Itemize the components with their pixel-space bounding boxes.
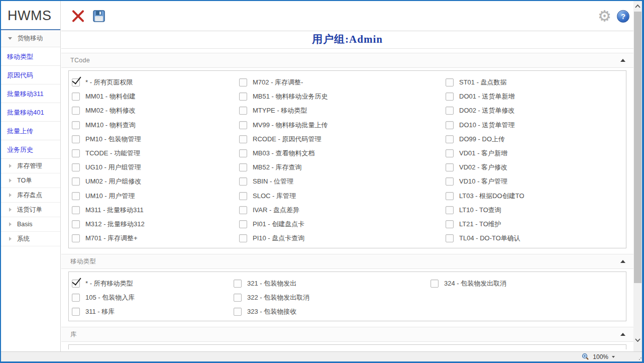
- checkbox[interactable]: [446, 234, 454, 242]
- checkbox[interactable]: [72, 220, 80, 228]
- sidebar-group[interactable]: TO单: [1, 173, 60, 188]
- permission-row: VD10 - 客户管理: [446, 174, 626, 189]
- permission-row: M701 - 库存调整+: [72, 231, 239, 245]
- checkbox[interactable]: [446, 220, 454, 228]
- checkbox[interactable]: [446, 121, 454, 129]
- close-icon[interactable]: [71, 9, 85, 23]
- permission-row: MM01 - 物料创建: [72, 89, 239, 104]
- checkbox[interactable]: [431, 280, 439, 288]
- zoom-level[interactable]: 100%: [593, 353, 608, 360]
- checkbox[interactable]: [234, 280, 242, 288]
- sidebar-item[interactable]: 批量上传: [1, 122, 60, 140]
- checkbox[interactable]: [446, 163, 454, 171]
- checkbox[interactable]: [239, 177, 247, 186]
- sidebar-group[interactable]: 送货订单: [1, 203, 60, 217]
- chevron-right-icon: [9, 222, 12, 226]
- permission-row: M702 - 库存调整-: [239, 75, 446, 89]
- checkbox[interactable]: [446, 135, 454, 143]
- sidebar-group[interactable]: 系统: [1, 232, 60, 246]
- checkbox[interactable]: [72, 163, 80, 171]
- permission-row: PI10 - 盘点卡查询: [239, 231, 446, 245]
- checkbox-column: 324 - 包装物发出取消: [431, 277, 626, 321]
- permission-label: 323 - 包装物接收: [247, 307, 296, 316]
- zoom-magnifier-icon[interactable]: [582, 353, 589, 360]
- permission-row: MM02 - 物料修改: [72, 104, 239, 118]
- checkbox[interactable]: [72, 294, 80, 302]
- settings-gear-icon[interactable]: ⚙: [598, 9, 611, 24]
- checkbox[interactable]: [446, 107, 454, 115]
- permission-label: 322 - 包装物发出取消: [247, 293, 309, 302]
- scroll-down-icon[interactable]: [633, 335, 642, 344]
- sidebar-item[interactable]: 原因代码: [1, 66, 60, 84]
- section-header[interactable]: 移动类型: [61, 254, 633, 269]
- checkbox[interactable]: [446, 177, 454, 186]
- permission-row: 321 - 包装物发出: [234, 277, 431, 291]
- section-header[interactable]: TCode: [61, 53, 633, 68]
- checkbox[interactable]: [72, 121, 80, 129]
- sidebar-item[interactable]: 批量移动401: [1, 103, 60, 122]
- checkbox[interactable]: [446, 149, 454, 157]
- checkbox[interactable]: [239, 192, 247, 200]
- scrollbar-thumb[interactable]: [634, 12, 641, 283]
- checkbox-column: M702 - 库存调整-MB51 - 物料移动业务历史MTYPE - 移动类型M…: [239, 75, 446, 248]
- collapse-caret-icon[interactable]: [620, 260, 625, 263]
- checkbox[interactable]: [239, 78, 247, 86]
- checkbox-checked[interactable]: [72, 280, 80, 288]
- checkbox[interactable]: [72, 135, 80, 143]
- checkbox[interactable]: [72, 107, 80, 115]
- permission-row: UM02 - 用户组修改: [72, 174, 239, 189]
- permission-row: ST01 - 盘点数据: [446, 75, 626, 89]
- checkbox[interactable]: [446, 206, 454, 214]
- permission-row: VD02 - 客户修改: [446, 160, 626, 174]
- checkbox[interactable]: [239, 107, 247, 115]
- checkbox[interactable]: [239, 234, 247, 242]
- checkbox[interactable]: [239, 135, 247, 143]
- permission-label: TCODE - 功能管理: [85, 149, 140, 158]
- checkbox[interactable]: [72, 234, 80, 242]
- sidebar-item[interactable]: 业务历史: [1, 140, 60, 159]
- checkbox[interactable]: [239, 220, 247, 228]
- checkbox[interactable]: [72, 177, 80, 186]
- sidebar-group-goods-movement[interactable]: 货物移动: [1, 30, 60, 47]
- checkbox[interactable]: [446, 78, 454, 86]
- checkbox[interactable]: [239, 149, 247, 157]
- checkbox[interactable]: [72, 192, 80, 200]
- scroll-up-icon[interactable]: [633, 2, 642, 11]
- checkbox[interactable]: [72, 149, 80, 157]
- main-panel: ⚙ ? 用户组:Admin TCode* - 所有页面权限MM01 - 物料创建…: [61, 1, 633, 351]
- help-icon[interactable]: ?: [617, 10, 629, 23]
- sidebar-group[interactable]: 库存盘点: [1, 188, 60, 203]
- sidebar-group[interactable]: 库存管理: [1, 159, 60, 173]
- resize-grip[interactable]: [639, 356, 640, 357]
- checkbox[interactable]: [239, 163, 247, 171]
- checkbox[interactable]: [239, 93, 247, 101]
- permission-row: 323 - 包装物接收: [234, 305, 431, 319]
- checkbox[interactable]: [239, 121, 247, 129]
- checkbox[interactable]: [234, 294, 242, 302]
- permission-row: MB51 - 物料移动业务历史: [239, 89, 446, 104]
- sidebar-group[interactable]: Basis: [1, 217, 60, 232]
- zoom-dropdown-icon[interactable]: [612, 356, 615, 358]
- checkbox-checked[interactable]: [72, 78, 80, 86]
- vertical-scrollbar[interactable]: [633, 1, 642, 351]
- collapse-caret-icon[interactable]: [620, 333, 625, 336]
- checkbox[interactable]: [72, 308, 80, 316]
- permission-label: LT10 - TO查询: [459, 206, 501, 215]
- checkbox[interactable]: [446, 93, 454, 101]
- section-header[interactable]: 库: [61, 327, 633, 342]
- permission-label: LT03 - 根据DO创建TO: [459, 192, 524, 201]
- sidebar-item[interactable]: 移动类型: [1, 47, 60, 66]
- chevron-down-icon: [8, 37, 12, 40]
- checkbox[interactable]: [234, 308, 242, 316]
- permission-label: MB03 - 查看物料文档: [253, 149, 315, 158]
- permission-label: M701 - 库存调整+: [85, 234, 138, 243]
- checkbox[interactable]: [72, 93, 80, 101]
- checkbox[interactable]: [72, 206, 80, 214]
- checkbox[interactable]: [446, 192, 454, 200]
- permission-label: UG10 - 用户组管理: [85, 163, 141, 172]
- collapse-caret-icon[interactable]: [620, 59, 625, 62]
- save-icon[interactable]: [93, 10, 105, 22]
- sidebar-group-label: Basis: [17, 221, 33, 228]
- checkbox[interactable]: [239, 206, 247, 214]
- sidebar-item[interactable]: 批量移动311: [1, 84, 60, 103]
